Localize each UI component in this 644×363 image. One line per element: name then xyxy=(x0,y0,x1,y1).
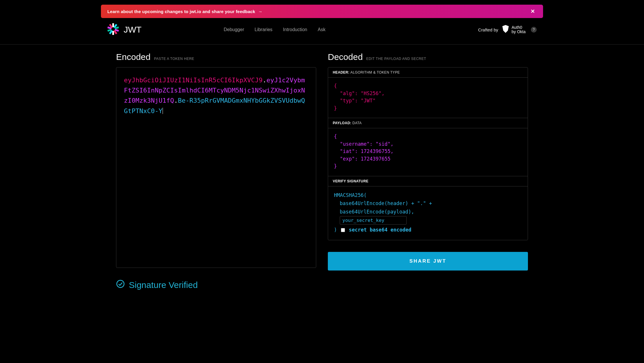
decoded-header-label: HEADER: ALGORITHM & TOKEN TYPE xyxy=(328,67,528,77)
token-header-part: eyJhbGciOiJIUzI1NiIsInR5cCI6IkpXVCJ9 xyxy=(124,76,263,84)
decoded-payload-label: PAYLOAD: DATA xyxy=(328,118,528,128)
arrow-right-icon: → xyxy=(258,9,262,14)
text-cursor xyxy=(163,108,163,114)
verify-signature-body: HMACSHA256( base64UrlEncode(header) + ".… xyxy=(328,186,528,240)
encoded-token-text[interactable]: eyJhbGciOiJIUzI1NiIsInR5cCI6IkpXVCJ9.eyJ… xyxy=(124,75,308,116)
brand-wordmark: JWT xyxy=(124,25,142,35)
banner-close-button[interactable]: ✕ xyxy=(529,8,537,15)
nav-ask[interactable]: Ask xyxy=(318,27,325,32)
svg-point-10 xyxy=(117,280,124,288)
verify-signature-section: VERIFY SIGNATURE HMACSHA256( base64UrlEn… xyxy=(328,176,528,240)
announcement-banner: Learn about the upcoming changes to jwt.… xyxy=(101,5,543,18)
check-circle-icon xyxy=(116,280,125,290)
signature-status: Signature Verified xyxy=(116,280,316,290)
secret-base64-label: secret base64 encoded xyxy=(349,226,411,234)
signature-status-text: Signature Verified xyxy=(129,280,198,290)
verify-line-fn: HMACSHA256( xyxy=(334,191,522,200)
nav-introduction[interactable]: Introduction xyxy=(283,27,307,32)
nav-debugger[interactable]: Debugger xyxy=(224,27,244,32)
jwt-star-icon xyxy=(107,23,119,36)
auth0-shield-icon xyxy=(502,25,509,35)
main-nav: Debugger Libraries Introduction Ask xyxy=(224,27,325,32)
crafted-label: Crafted by xyxy=(478,27,498,32)
verify-line-payload: base64UrlEncode(payload), xyxy=(334,208,522,216)
auth0-text: Auth0 by Okta xyxy=(512,25,526,34)
decoded-header-json[interactable]: { "alg": "HS256", "typ": "JWT" } xyxy=(334,82,522,112)
crafted-by: Crafted by Auth0 by Okta ? xyxy=(478,25,537,35)
verify-close-paren: ) xyxy=(334,226,337,234)
encoded-subtitle: PASTE A TOKEN HERE xyxy=(154,57,194,61)
nav-libraries[interactable]: Libraries xyxy=(255,27,272,32)
brand-logo-link[interactable]: JWT xyxy=(107,23,142,36)
decoded-panel: HEADER: ALGORITHM & TOKEN TYPE { "alg": … xyxy=(328,67,528,240)
verify-line-header: base64UrlEncode(header) + "." + xyxy=(334,199,522,208)
svg-rect-1 xyxy=(112,31,114,35)
decoded-payload-section: PAYLOAD: DATA { "username": "sid", "iat"… xyxy=(328,118,528,176)
verify-signature-label: VERIFY SIGNATURE xyxy=(328,176,528,186)
encoded-column: Encoded PASTE A TOKEN HERE eyJhbGciOiJIU… xyxy=(116,52,316,290)
encoded-token-input[interactable]: eyJhbGciOiJIUzI1NiIsInR5cCI6IkpXVCJ9.eyJ… xyxy=(116,67,316,268)
decoded-subtitle: EDIT THE PAYLOAD AND SECRET xyxy=(366,57,426,61)
share-jwt-button[interactable]: SHARE JWT xyxy=(328,252,528,271)
banner-text: Learn about the upcoming changes to jwt.… xyxy=(107,9,255,14)
banner-link[interactable]: Learn about the upcoming changes to jwt.… xyxy=(107,9,262,14)
auth0-link[interactable]: Auth0 by Okta xyxy=(502,25,526,35)
svg-rect-0 xyxy=(112,23,114,27)
decoded-payload-json[interactable]: { "username": "sid", "iat": 1724396755, … xyxy=(334,133,522,170)
help-button[interactable]: ? xyxy=(531,27,537,33)
decoded-header-editor[interactable]: { "alg": "HS256", "typ": "JWT" } xyxy=(328,77,528,118)
decoded-payload-editor[interactable]: { "username": "sid", "iat": 1724396755, … xyxy=(328,128,528,176)
encoded-title: Encoded PASTE A TOKEN HERE xyxy=(116,52,316,62)
secret-base64-checkbox[interactable] xyxy=(341,228,345,232)
secret-base64-toggle[interactable]: secret base64 encoded xyxy=(340,226,411,234)
decoded-header-section: HEADER: ALGORITHM & TOKEN TYPE { "alg": … xyxy=(328,67,528,118)
decoded-title: Decoded EDIT THE PAYLOAD AND SECRET xyxy=(328,52,528,62)
secret-input[interactable] xyxy=(340,216,407,225)
top-bar: JWT Debugger Libraries Introduction Ask … xyxy=(101,18,543,44)
decoded-column: Decoded EDIT THE PAYLOAD AND SECRET HEAD… xyxy=(328,52,528,271)
